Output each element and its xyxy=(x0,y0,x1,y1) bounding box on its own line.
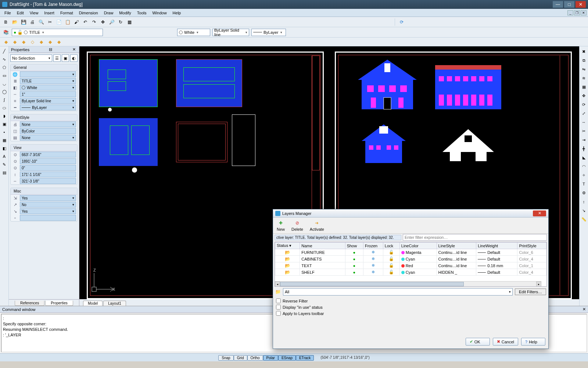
ellipse-tool-button[interactable]: ⬭ xyxy=(1,105,8,111)
status-snap-button[interactable]: Snap xyxy=(218,355,233,361)
match-properties-button[interactable]: 🖌 xyxy=(73,18,80,26)
horizontal-scrollbar[interactable]: ◂ ▸ xyxy=(275,281,541,286)
explode-button[interactable]: ✧ xyxy=(580,171,588,179)
dialog-close-button[interactable]: ✕ xyxy=(533,210,546,216)
block-tool-button[interactable]: ▣ xyxy=(1,121,8,127)
references-tab[interactable]: References xyxy=(15,301,44,306)
properties-toggle-button[interactable]: ▦ xyxy=(126,18,133,26)
layers-table[interactable]: Status ▾NameShowFrozenLockLineColorLineS… xyxy=(275,242,547,287)
point-tool-button[interactable]: • xyxy=(1,129,8,135)
command-close-icon[interactable]: ✕ xyxy=(582,307,586,312)
status-etrack-button[interactable]: ETrack xyxy=(296,355,314,361)
reverse-filter-checkbox[interactable]: Reverse Filter xyxy=(276,298,545,304)
move-button[interactable]: ✥ xyxy=(580,92,588,99)
minimize-button[interactable]: — xyxy=(553,1,563,8)
center-x-field[interactable]: 663'-7 3/16" xyxy=(20,152,76,158)
ucssaved-field[interactable]: Yes xyxy=(20,208,76,214)
hatch-tool-button[interactable]: ▦ xyxy=(1,137,8,144)
layer-filter-input[interactable] xyxy=(403,234,547,241)
layer-manager-button[interactable]: 📚 xyxy=(2,29,10,36)
rectangle-tool-button[interactable]: ▭ xyxy=(1,72,8,79)
circle-tool-button[interactable]: ◯ xyxy=(1,88,8,95)
zoom-button[interactable]: 🔎 xyxy=(108,18,115,26)
tab-layout1[interactable]: Layout1 xyxy=(103,301,126,306)
arc-tool-button[interactable]: ◡ xyxy=(1,80,8,87)
iso-view-6-button[interactable]: ◆ xyxy=(46,38,54,46)
save-button[interactable]: 💾 xyxy=(20,18,27,26)
annolock-field[interactable]: Yes xyxy=(20,195,76,201)
extend-button[interactable]: ⇥ xyxy=(580,136,588,144)
scale-button[interactable]: ⤢ xyxy=(580,110,588,117)
select-similar-button[interactable]: ◐ xyxy=(70,54,78,62)
iso-view-4-button[interactable]: ◇ xyxy=(29,38,36,46)
rebuild-button[interactable]: ↻ xyxy=(117,18,124,26)
properties-tab[interactable]: Properties xyxy=(45,301,73,306)
cancel-button[interactable]: ✖Cancel xyxy=(493,338,518,346)
status-esnap-button[interactable]: ESnap xyxy=(278,355,296,361)
apply-toolbar-checkbox[interactable]: Apply to Layers toolbar xyxy=(276,310,545,316)
break-button[interactable]: ╋ xyxy=(580,145,588,152)
center-z-field[interactable]: 0" xyxy=(20,165,76,171)
layer-row[interactable]: 📂CABINETS●❄🔓CyanContinu…id lineDefaultCo… xyxy=(275,256,546,262)
printstyle-field[interactable]: None xyxy=(20,121,76,127)
status-ortho-button[interactable]: Ortho xyxy=(247,355,263,361)
leader-button[interactable]: ↘ xyxy=(580,207,588,214)
doc-restore-button[interactable]: ❐ xyxy=(574,10,580,15)
iso-view-1-button[interactable]: ◆ xyxy=(2,38,10,46)
current-lineweight-dropdown[interactable]: ByLayer xyxy=(251,29,286,36)
open-file-button[interactable]: 📂 xyxy=(11,18,18,26)
current-linestyle-dropdown[interactable]: ByLayer Solid line xyxy=(212,29,249,36)
erase-button[interactable]: ✖ xyxy=(580,48,588,55)
scroll-right-button[interactable]: ▸ xyxy=(536,282,541,287)
current-layer-dropdown[interactable]: ● 🔓 TITLE xyxy=(12,29,103,36)
activate-layer-button[interactable]: ➜Activate xyxy=(310,220,324,231)
iso-view-7-button[interactable]: ◆ xyxy=(55,38,62,46)
center-y-field[interactable]: 1891'-10" xyxy=(20,158,76,164)
trim-button[interactable]: ✂ xyxy=(580,127,588,135)
status-polar-button[interactable]: Polar xyxy=(263,355,278,361)
region-tool-button[interactable]: ◧ xyxy=(1,145,8,152)
printmode-field[interactable]: ByColor xyxy=(20,128,76,134)
layer-row[interactable]: 📂FURNITURE●❄🔓MagentaContinu…id lineDefau… xyxy=(275,249,546,256)
column-linecolor[interactable]: LineColor xyxy=(399,243,437,249)
current-color-dropdown[interactable]: White xyxy=(177,29,210,36)
paste-button[interactable]: 📋 xyxy=(64,18,71,26)
polygon-tool-button[interactable]: ⬠ xyxy=(1,64,8,71)
spline-tool-button[interactable]: ∫ xyxy=(1,96,8,103)
view-width-field[interactable]: 321'-3 1/8" xyxy=(20,178,76,184)
menu-modify[interactable]: Modify xyxy=(116,10,134,16)
copy-button[interactable]: 📄 xyxy=(55,18,62,26)
menu-help[interactable]: Help xyxy=(170,10,184,16)
undo-button[interactable]: ↶ xyxy=(82,18,89,26)
chamfer-button[interactable]: ◣ xyxy=(580,154,588,161)
delete-layer-button[interactable]: ⊘Delete xyxy=(291,220,303,231)
rotate-button[interactable]: ⟳ xyxy=(580,101,588,108)
dialog-titlebar[interactable]: Layers Manager ✕ xyxy=(273,209,548,217)
quick-select-button[interactable]: ☰ xyxy=(53,54,61,62)
ucsfollow-field[interactable]: No xyxy=(20,202,76,208)
hyperlink-field[interactable] xyxy=(20,71,76,77)
preview-button[interactable]: 🔍 xyxy=(37,18,45,26)
print-button[interactable]: 🖨 xyxy=(29,18,36,26)
view-height-field[interactable]: 171'-1 1/16" xyxy=(20,171,76,177)
scroll-thumb[interactable] xyxy=(280,282,464,286)
printtable-field[interactable]: None xyxy=(20,135,76,141)
scale-field[interactable]: 1" xyxy=(20,91,76,97)
status-grid-button[interactable]: Grid xyxy=(234,355,247,361)
gear-icon[interactable]: ⚙ xyxy=(580,189,588,197)
maximize-button[interactable]: □ xyxy=(564,1,574,8)
menu-window[interactable]: Window xyxy=(149,10,169,16)
stretch-button[interactable]: ↔ xyxy=(580,118,588,126)
polyline-tool-button[interactable]: ∿ xyxy=(1,56,8,63)
new-layer-button[interactable]: ✚New xyxy=(277,220,285,231)
column-status[interactable]: Status ▾ xyxy=(275,243,300,249)
table-tool-button[interactable]: ▤ xyxy=(1,169,8,176)
panel-close-icon[interactable]: ✕ xyxy=(71,47,77,52)
menu-view[interactable]: View xyxy=(27,10,42,16)
lineweight-field[interactable]: ByLayer xyxy=(20,105,76,110)
iso-view-2-button[interactable]: ◆ xyxy=(11,38,18,46)
column-name[interactable]: Name xyxy=(300,243,345,249)
fillet-button[interactable]: ◠ xyxy=(580,163,588,170)
edit-filters-button[interactable]: Edit Filters… xyxy=(515,289,546,295)
text-tool-button[interactable]: A xyxy=(1,153,8,160)
